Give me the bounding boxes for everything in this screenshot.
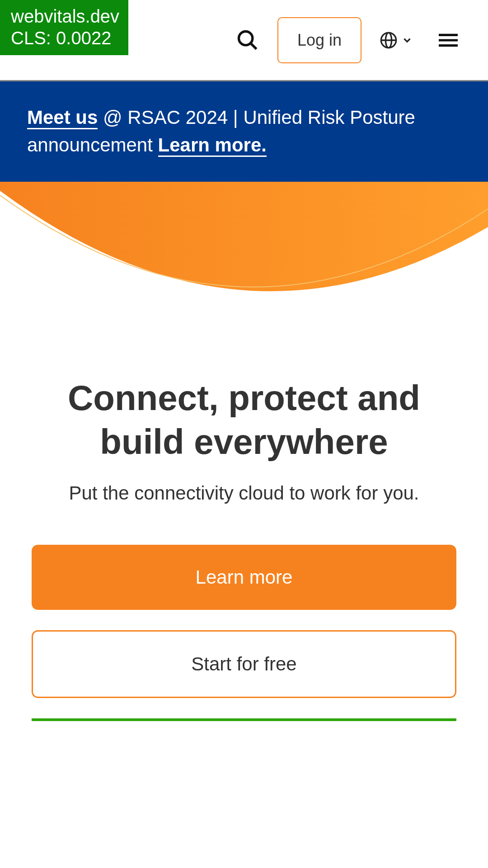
svg-point-0 — [239, 31, 252, 45]
vitals-cls: CLS: 0.0022 — [11, 27, 119, 49]
hero-arc-graphic — [0, 182, 488, 349]
menu-button[interactable] — [431, 23, 465, 57]
language-button[interactable] — [375, 27, 418, 54]
hero-headline: Connect, protect and build everywhere — [32, 376, 456, 464]
hamburger-icon — [436, 28, 461, 53]
hero-subheadline: Put the connectivity cloud to work for y… — [32, 482, 456, 504]
globe-icon — [380, 31, 398, 49]
learn-more-button[interactable]: Learn more — [32, 545, 456, 610]
banner-meet-us-link[interactable]: Meet us — [27, 107, 98, 129]
start-free-button[interactable]: Start for free — [32, 630, 456, 698]
next-section-edge — [32, 718, 456, 721]
vitals-site: webvitals.dev — [11, 5, 119, 27]
banner-learn-more-link[interactable]: Learn more. — [158, 134, 267, 157]
webvitals-badge: webvitals.dev CLS: 0.0022 — [0, 0, 128, 55]
svg-line-1 — [250, 43, 256, 49]
chevron-down-icon — [401, 34, 413, 46]
hero-section: Connect, protect and build everywhere Pu… — [0, 349, 488, 739]
login-button[interactable]: Log in — [277, 17, 361, 63]
announcement-banner: Meet us @ RSAC 2024 | Unified Risk Postu… — [0, 81, 488, 182]
search-button[interactable] — [231, 24, 264, 57]
search-icon — [236, 28, 259, 52]
